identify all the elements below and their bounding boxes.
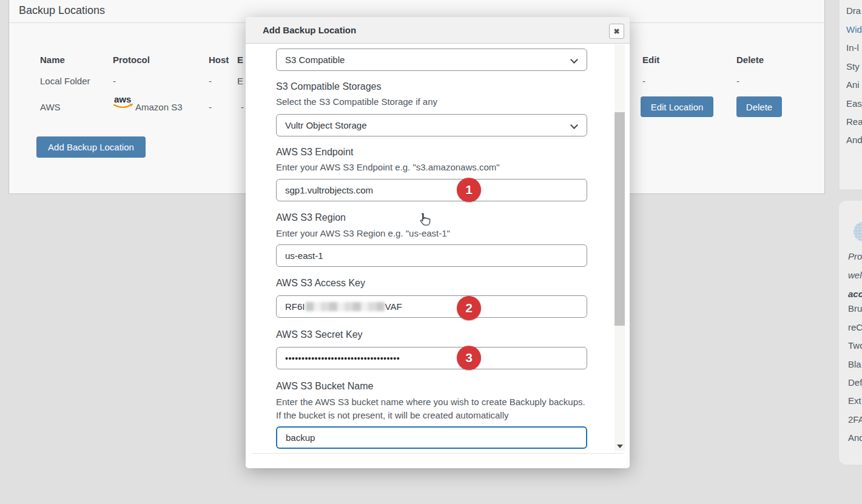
col-header-delete: Delete (736, 55, 764, 65)
protocol-select[interactable]: S3 Compatible (276, 49, 587, 71)
sidebar-item-7: Rea (846, 116, 862, 127)
footer-divider (252, 453, 624, 454)
modal-header: Add Backup Location ✖ (246, 17, 630, 44)
access-key-input[interactable]: RF6I VAF (276, 295, 587, 318)
chevron-down-icon (570, 56, 578, 64)
col-header-protocol: Protocol (113, 55, 150, 65)
row1-delete: - (736, 76, 739, 86)
region-desc: Enter your AWS S3 Region e.g. "us-east-1… (276, 228, 450, 238)
sidebar-item-6: Eas (846, 98, 862, 109)
step-badge-1: 1 (457, 178, 481, 202)
promo-text-line2: wel (848, 270, 862, 280)
col-header-name: Name (40, 55, 65, 65)
promo-item-5: Def (848, 377, 862, 388)
scrollbar-down-button[interactable] (615, 441, 625, 451)
add-backup-location-modal: Add Backup Location ✖ S3 Compatible S3 C… (246, 17, 630, 468)
row1-partial: E (237, 76, 243, 86)
row2-extra: - (241, 102, 244, 112)
col-header-edit: Edit (642, 55, 659, 65)
redacted-blur (306, 302, 385, 311)
secret-key-input[interactable] (276, 347, 587, 369)
modal-title: Add Backup Location (263, 25, 356, 35)
svg-text:aws: aws (114, 94, 131, 104)
storage-label: S3 Compatible Storages (276, 81, 381, 92)
delete-button[interactable]: Delete (736, 96, 782, 117)
row2-name: AWS (40, 102, 61, 112)
row1-edit: - (642, 76, 645, 86)
storage-select[interactable]: Vultr Object Storage (276, 114, 587, 136)
promo-item-1: Bru (848, 303, 862, 314)
sidebar-item-5: Ani (846, 79, 860, 90)
row1-host: - (209, 76, 212, 86)
sidebar-item-2-link[interactable]: Wid (846, 24, 862, 35)
endpoint-label: AWS S3 Endpoint (276, 147, 353, 158)
promo-badge-icon (854, 222, 862, 241)
promo-item-4: Bla (848, 359, 861, 369)
access-key-suffix: VAF (385, 301, 402, 312)
sidebar-item-1: Dra (846, 5, 861, 16)
step-badge-3: 3 (457, 346, 481, 370)
access-key-label: AWS S3 Access Key (276, 278, 365, 289)
add-backup-location-button[interactable]: Add Backup Location (36, 136, 146, 158)
endpoint-desc: Enter your AWS S3 Endpoint e.g. "s3.amaz… (276, 162, 500, 172)
sidebar-item-3: In-l (846, 42, 859, 53)
row2-host: - (209, 102, 212, 112)
secret-key-label: AWS S3 Secret Key (276, 329, 363, 340)
endpoint-input[interactable] (276, 179, 587, 201)
step-badge-2: 2 (457, 296, 481, 320)
row1-protocol: - (113, 76, 116, 86)
promo-item-7: 2FA (848, 414, 862, 425)
bucket-input[interactable] (276, 426, 587, 449)
row1-name: Local Folder (40, 76, 90, 86)
promo-text-line3: acc (848, 289, 862, 299)
promo-item-6: Ext (848, 395, 861, 406)
page-title: Backup Locations (19, 4, 105, 17)
aws-logo-icon: aws (113, 93, 135, 114)
protocol-select-value: S3 Compatible (285, 55, 345, 65)
storage-select-value: Vultr Object Storage (285, 120, 367, 130)
region-label: AWS S3 Region (276, 212, 346, 223)
sidebar-features-card-top: Dra Wid In-l Sty Ani Eas Rea And (840, 0, 862, 189)
sidebar-item-8: And (846, 135, 862, 145)
storage-desc: Select the S3 Compatible Storage if any (276, 96, 437, 107)
bucket-label: AWS S3 Bucket Name (276, 381, 373, 392)
row2-protocol-label: Amazon S3 (135, 102, 183, 112)
edit-location-button[interactable]: Edit Location (641, 96, 713, 117)
promo-text-line1: Pro (848, 251, 862, 261)
access-key-prefix: RF6I (285, 301, 305, 312)
promo-item-8: And (848, 432, 862, 443)
close-icon[interactable]: ✖ (609, 24, 624, 39)
col-header-partial: E (237, 55, 243, 65)
bucket-desc: Enter the AWS S3 bucket name where you w… (276, 395, 588, 422)
sidebar-item-4: Sty (846, 61, 860, 72)
chevron-down-icon (570, 121, 578, 129)
col-header-host: Host (209, 55, 229, 65)
scrollbar-track[interactable] (615, 44, 625, 451)
promo-item-2: reC (848, 322, 862, 332)
scrollbar-thumb[interactable] (615, 112, 625, 326)
region-input[interactable] (276, 244, 587, 267)
sidebar-promo-card: Pro wel acc Bru reC Two Bla Def Ext 2FA … (839, 201, 862, 465)
promo-item-3: Two (848, 340, 862, 351)
